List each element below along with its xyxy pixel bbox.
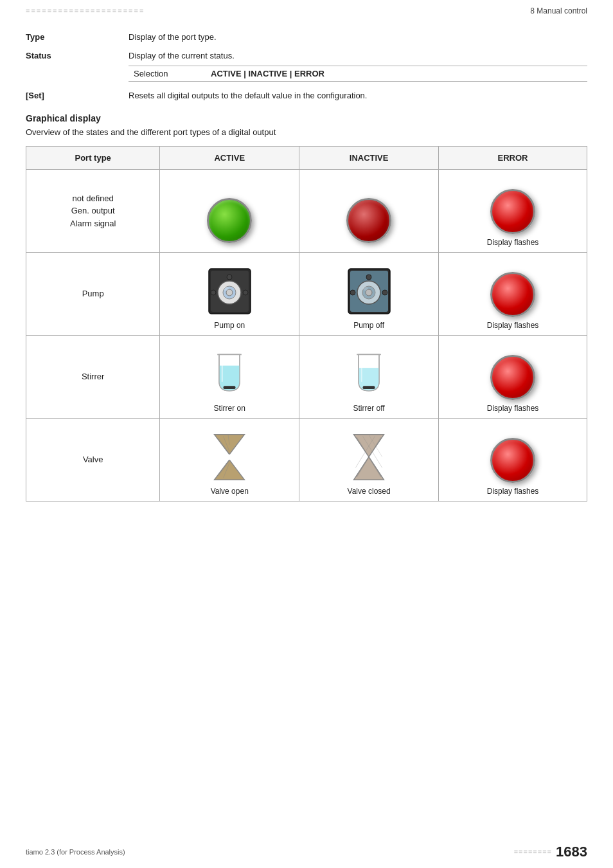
red-bright-button-icon-2 <box>490 355 535 400</box>
error-label-1: Display flashes <box>487 321 539 330</box>
svg-point-17 <box>363 287 368 291</box>
status-description: Display of the current status. <box>129 51 587 60</box>
active-cell-2: Stirrer on <box>160 336 299 419</box>
svg-point-7 <box>243 290 248 295</box>
active-label-2: Stirrer on <box>214 404 245 413</box>
table-row: not definedGen. outputAlarm signal <box>26 170 587 253</box>
inactive-cell-1: Pump off <box>299 253 439 336</box>
graphical-title: Graphical display <box>26 113 587 123</box>
selection-col1: Selection <box>129 66 206 82</box>
port-type-cell-0: not definedGen. outputAlarm signal <box>26 170 160 253</box>
selection-table: Selection ACTIVE | INACTIVE | ERROR <box>129 66 587 82</box>
port-type-cell-2: Stirrer <box>26 336 160 419</box>
main-content: Type Display of the port type. Status Di… <box>0 19 613 540</box>
stirrer-on-icon <box>209 348 251 400</box>
selection-col2: ACTIVE | INACTIVE | ERROR <box>206 66 587 82</box>
footer-right: ======== 1683 <box>514 844 587 860</box>
set-label: [Set] <box>26 91 129 100</box>
error-cell-3: Display flashes <box>439 419 587 502</box>
valve-closed-icon <box>350 431 388 483</box>
error-cell-0: Display flashes <box>439 170 587 253</box>
table-row: Valve <box>26 419 587 502</box>
table-row: Pump <box>26 253 587 336</box>
svg-point-5 <box>227 275 232 280</box>
error-label-3: Display flashes <box>487 487 539 496</box>
red-bright-button-icon-0 <box>490 189 535 234</box>
svg-point-15 <box>350 290 355 295</box>
graphical-section: Graphical display Overview of the states… <box>26 113 587 502</box>
col-inactive: INACTIVE <box>299 147 439 170</box>
svg-rect-20 <box>223 386 235 389</box>
set-section: [Set] Resets all digital outputs to the … <box>26 91 587 100</box>
red-bright-button-icon-1 <box>490 272 535 317</box>
red-dark-button-icon-0 <box>346 198 391 243</box>
inactive-cell-3: Valve closed <box>299 419 439 502</box>
svg-point-6 <box>211 290 216 295</box>
inactive-label-3: Valve closed <box>348 487 391 496</box>
status-body: Display of the current status. Selection… <box>129 51 587 82</box>
inactive-label-2: Stirrer off <box>353 404 385 413</box>
inactive-label-1: Pump off <box>353 321 384 330</box>
type-description: Display of the port type. <box>129 32 217 42</box>
pump-off-icon <box>345 266 393 317</box>
active-label-3: Valve open <box>211 487 249 496</box>
error-label-0: Display flashes <box>487 238 539 247</box>
type-label: Type <box>26 32 129 42</box>
status-label: Status <box>26 51 129 82</box>
svg-point-16 <box>382 290 387 295</box>
error-label-2: Display flashes <box>487 404 539 413</box>
svg-rect-24 <box>362 386 375 389</box>
col-port-type: Port type <box>26 147 160 170</box>
page-container: ====================== 8 Manual control … <box>0 0 613 868</box>
header-dots: ====================== <box>26 7 145 15</box>
svg-marker-35 <box>354 457 384 480</box>
active-cell-0 <box>160 170 299 253</box>
table-row: Stirrer <box>26 336 587 419</box>
port-type-cell-3: Valve <box>26 419 160 502</box>
svg-point-8 <box>224 287 229 291</box>
green-button-icon <box>207 198 252 243</box>
set-body: Resets all digital outputs to the defaul… <box>129 91 587 100</box>
header-bar: ====================== 8 Manual control <box>0 0 613 19</box>
footer-page-number: 1683 <box>556 844 587 860</box>
type-section: Type Display of the port type. <box>26 32 587 42</box>
active-cell-3: Valve open <box>160 419 299 502</box>
status-section: Status Display of the current status. Se… <box>26 51 587 82</box>
active-label-1: Pump on <box>214 321 245 330</box>
graphical-desc: Overview of the states and the different… <box>26 127 587 137</box>
svg-marker-27 <box>215 460 245 480</box>
type-body: Display of the port type. <box>129 32 587 42</box>
footer-left-text: tiamo 2.3 (for Process Analysis) <box>26 848 125 856</box>
footer: tiamo 2.3 (for Process Analysis) =======… <box>0 836 613 868</box>
footer-dots: ======== <box>514 848 552 856</box>
error-cell-2: Display flashes <box>439 336 587 419</box>
port-type-cell-1: Pump <box>26 253 160 336</box>
pump-on-icon <box>206 266 254 317</box>
inactive-cell-2: Stirrer off <box>299 336 439 419</box>
header-title: 8 Manual control <box>530 6 587 15</box>
set-description: Resets all digital outputs to the defaul… <box>129 91 367 100</box>
graphical-table: Port type ACTIVE INACTIVE ERROR not defi… <box>26 146 587 502</box>
valve-open-icon <box>210 431 249 483</box>
stirrer-off-icon <box>348 348 390 400</box>
active-cell-1: Pump on <box>160 253 299 336</box>
error-cell-1: Display flashes <box>439 253 587 336</box>
col-error: ERROR <box>439 147 587 170</box>
inactive-cell-0 <box>299 170 439 253</box>
red-bright-button-icon-3 <box>490 438 535 483</box>
col-active: ACTIVE <box>160 147 299 170</box>
svg-point-14 <box>366 275 371 280</box>
